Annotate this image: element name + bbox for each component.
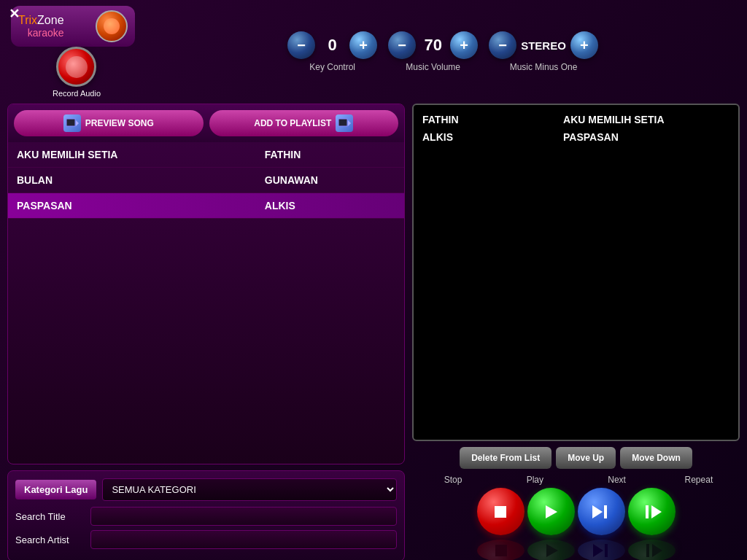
search-title-input[interactable] — [90, 507, 397, 526]
svg-rect-10 — [495, 545, 506, 556]
right-panel: FATHINAKU MEMILIH SETIAALKISPASPASAN Del… — [412, 104, 740, 560]
search-title-label: Search Title — [15, 511, 85, 522]
music-minus-one-plus-button[interactable]: + — [570, 31, 598, 59]
music-volume-plus-button[interactable]: + — [450, 31, 478, 59]
logo-zone: Zone — [37, 14, 63, 26]
logo-text: TrixZone karaoke — [18, 14, 64, 39]
svg-rect-4 — [495, 506, 506, 518]
music-volume-value: 70 — [420, 36, 446, 55]
plus-icon: + — [460, 37, 468, 54]
minus-icon: − — [498, 37, 507, 54]
close-button[interactable]: ✕ — [6, 6, 22, 22]
playback-controls: Stop Play Next Repeat — [412, 475, 740, 560]
svg-marker-12 — [592, 544, 603, 557]
repeat-button[interactable] — [628, 488, 676, 535]
music-volume-group: − 70 + Music Volume — [388, 31, 478, 72]
playlist-title: PASPASAN — [560, 128, 732, 146]
song-title: AKU MEMILIH SETIA — [8, 142, 256, 168]
playback-reflection — [477, 540, 676, 560]
playlist-row[interactable]: ALKISPASPASAN — [419, 128, 732, 146]
svg-marker-1 — [76, 120, 79, 126]
playlist-title: AKU MEMILIH SETIA — [560, 111, 732, 128]
svg-marker-6 — [592, 505, 603, 518]
playlist-table: FATHINAKU MEMILIH SETIAALKISPASPASAN — [419, 111, 732, 146]
next-label: Next — [576, 475, 658, 485]
move-down-button[interactable]: Move Down — [620, 447, 692, 469]
playlist-artist: FATHIN — [419, 111, 560, 128]
key-control-label: Key Control — [309, 62, 355, 72]
move-up-button[interactable]: Move Up — [556, 447, 616, 469]
song-list-header: PREVIEW SONG ADD TO PLAYLIST — [8, 104, 404, 142]
playlist-container: FATHINAKU MEMILIH SETIAALKISPASPASAN — [412, 104, 740, 441]
key-control-value: 0 — [320, 36, 345, 55]
song-table: AKU MEMILIH SETIAFATHINBULANGUNAWANPASPA… — [8, 142, 404, 219]
search-artist-row: Search Artist — [15, 530, 397, 549]
song-title: BULAN — [8, 168, 256, 193]
add-playlist-icon — [336, 114, 353, 132]
music-minus-one-minus-button[interactable]: − — [489, 31, 516, 59]
music-volume-minus-button[interactable]: − — [388, 31, 416, 59]
svg-marker-5 — [546, 505, 557, 518]
svg-rect-13 — [604, 544, 607, 557]
svg-rect-2 — [338, 119, 347, 126]
search-area: Kategori Lagu SEMUA KATEGORIPOPROCKJAZZ … — [7, 470, 405, 560]
preview-song-button[interactable]: PREVIEW SONG — [14, 110, 204, 136]
play-label: Play — [494, 475, 576, 485]
song-row[interactable]: AKU MEMILIH SETIAFATHIN — [8, 142, 404, 168]
song-row[interactable]: PASPASANALKIS — [8, 193, 404, 219]
minus-icon: − — [398, 37, 406, 54]
logo-karaoke: karaoke — [18, 27, 64, 39]
repeat-label: Repeat — [658, 475, 740, 485]
svg-rect-9 — [646, 505, 649, 518]
category-row: Kategori Lagu SEMUA KATEGORIPOPROCKJAZZ — [15, 478, 397, 501]
delete-from-list-button[interactable]: Delete From List — [460, 447, 551, 469]
next-button[interactable] — [578, 488, 625, 535]
music-minus-one-group: − STEREO + Music Minus One — [489, 31, 598, 72]
search-artist-input[interactable] — [90, 530, 397, 549]
record-audio-button[interactable]: Record Audio — [53, 47, 101, 98]
song-title: PASPASAN — [8, 193, 256, 219]
stop-label: Stop — [412, 475, 494, 485]
svg-marker-14 — [651, 544, 662, 557]
svg-rect-15 — [646, 544, 649, 557]
preview-icon — [63, 114, 81, 132]
svg-marker-8 — [651, 505, 662, 518]
logo-area: TrixZone karaoke Record Audio — [7, 6, 139, 98]
song-row[interactable]: BULANGUNAWAN — [8, 168, 404, 193]
plus-icon: + — [359, 37, 368, 54]
minus-icon: − — [297, 37, 306, 54]
stop-button[interactable] — [477, 488, 525, 535]
category-label: Kategori Lagu — [15, 480, 96, 499]
svg-marker-11 — [546, 544, 557, 557]
left-panel: PREVIEW SONG ADD TO PLAYLIST AKU MEMILIH… — [7, 104, 405, 560]
song-artist: GUNAWAN — [256, 168, 404, 193]
music-volume-label: Music Volume — [406, 62, 460, 72]
music-minus-one-label: Music Minus One — [510, 62, 578, 72]
search-artist-label: Search Artist — [15, 534, 85, 545]
svg-rect-0 — [66, 119, 75, 126]
svg-rect-7 — [604, 505, 607, 518]
logo: TrixZone karaoke — [11, 6, 135, 47]
key-control-minus-button[interactable]: − — [287, 31, 315, 59]
close-icon: ✕ — [9, 6, 20, 22]
category-select[interactable]: SEMUA KATEGORIPOPROCKJAZZ — [102, 478, 397, 501]
key-control-plus-button[interactable]: + — [349, 31, 377, 59]
main-content: PREVIEW SONG ADD TO PLAYLIST AKU MEMILIH… — [0, 104, 747, 560]
add-playlist-label: ADD TO PLAYLIST — [254, 118, 331, 128]
record-sphere-inner — [66, 56, 88, 78]
svg-marker-3 — [348, 120, 351, 126]
key-control-group: − 0 + Key Control — [287, 31, 377, 72]
playlist-controls: Delete From List Move Up Move Down — [412, 447, 740, 469]
add-to-playlist-button[interactable]: ADD TO PLAYLIST — [209, 110, 399, 136]
preview-song-label: PREVIEW SONG — [85, 118, 154, 128]
controls: − 0 + Key Control − 70 + Music Volume — [146, 31, 740, 72]
playback-labels: Stop Play Next Repeat — [412, 475, 740, 485]
music-minus-one-value: STEREO — [521, 39, 566, 52]
song-artist: ALKIS — [256, 193, 404, 219]
playback-buttons — [477, 488, 676, 535]
play-button[interactable] — [527, 488, 575, 535]
playlist-row[interactable]: FATHINAKU MEMILIH SETIA — [419, 111, 732, 128]
logo-sphere — [96, 10, 128, 42]
header: TrixZone karaoke Record Audio − 0 + — [0, 0, 747, 104]
song-artist: FATHIN — [256, 142, 404, 168]
